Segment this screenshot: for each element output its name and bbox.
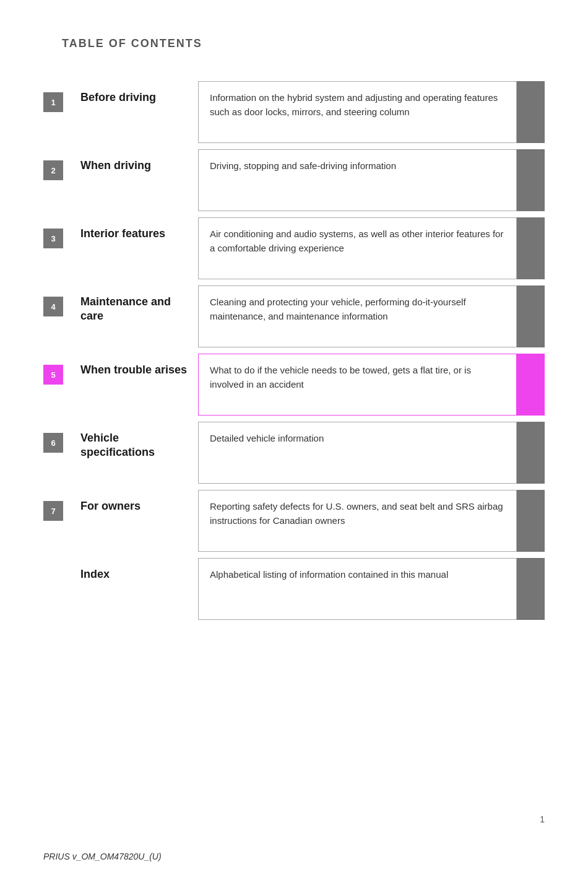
toc-entries: 1 Before driving Information on the hybr… [43, 81, 545, 626]
page-title: TABLE OF CONTENTS [43, 37, 545, 50]
toc-tab [517, 558, 545, 620]
toc-title-col: For owners [74, 490, 198, 552]
toc-desc: Driving, stopping and safe-driving infor… [210, 159, 396, 173]
toc-title: When trouble arises [80, 363, 187, 377]
toc-desc-col: Driving, stopping and safe-driving infor… [198, 149, 517, 211]
toc-number-col [43, 558, 74, 620]
toc-tab [517, 490, 545, 552]
toc-desc: What to do if the vehicle needs to be to… [210, 364, 505, 391]
toc-tab [517, 354, 545, 416]
toc-tab-col [517, 149, 545, 211]
document-id: PRIUS v_OM_OM47820U_(U) [43, 852, 162, 861]
toc-tab-col [517, 354, 545, 416]
toc-title: Before driving [80, 90, 156, 105]
toc-tab [517, 81, 545, 143]
toc-tab [517, 422, 545, 484]
toc-title: For owners [80, 499, 141, 513]
page-number: 1 [540, 814, 545, 824]
toc-title: Maintenance and care [80, 295, 189, 324]
toc-number-col: 6 [43, 422, 74, 484]
toc-title-col: Interior features [74, 217, 198, 279]
toc-row[interactable]: 3 Interior features Air conditioning and… [43, 217, 545, 279]
toc-tab-col [517, 217, 545, 279]
toc-number: 3 [43, 229, 63, 248]
toc-number: 5 [43, 365, 63, 385]
toc-number: 1 [43, 92, 63, 112]
toc-number-col: 7 [43, 490, 74, 552]
toc-title: Interior features [80, 227, 165, 241]
toc-tab-col [517, 558, 545, 620]
toc-desc: Detailed vehicle information [210, 432, 324, 446]
toc-number: 4 [43, 297, 63, 316]
toc-number: 7 [43, 501, 63, 521]
toc-tab [517, 217, 545, 279]
toc-tab [517, 149, 545, 211]
toc-number-col: 3 [43, 217, 74, 279]
toc-number-col: 4 [43, 285, 74, 347]
toc-row[interactable]: 2 When driving Driving, stopping and saf… [43, 149, 545, 211]
toc-row-highlighted[interactable]: 5 When trouble arises What to do if the … [43, 354, 545, 416]
toc-tab-col [517, 81, 545, 143]
toc-title-col: When trouble arises [74, 354, 198, 416]
toc-desc: Reporting safety defects for U.S. owners… [210, 500, 505, 528]
toc-desc: Information on the hybrid system and adj… [210, 91, 505, 119]
toc-tab [517, 285, 545, 347]
toc-tab-col [517, 490, 545, 552]
toc-title-col: Index [74, 558, 198, 620]
toc-row-index[interactable]: Index Alphabetical listing of informatio… [43, 558, 545, 620]
toc-number: 2 [43, 160, 63, 180]
toc-number: 6 [43, 433, 63, 453]
toc-number-col: 2 [43, 149, 74, 211]
toc-title-col: Vehicle specifications [74, 422, 198, 484]
toc-desc-col: Air conditioning and audio systems, as w… [198, 217, 517, 279]
toc-title: Index [80, 567, 110, 582]
toc-desc: Cleaning and protecting your vehicle, pe… [210, 295, 505, 323]
toc-desc-col: Information on the hybrid system and adj… [198, 81, 517, 143]
toc-title-col: When driving [74, 149, 198, 211]
toc-tab-col [517, 285, 545, 347]
toc-desc-col: Reporting safety defects for U.S. owners… [198, 490, 517, 552]
toc-title-col: Before driving [74, 81, 198, 143]
toc-number-col: 5 [43, 354, 74, 416]
toc-row[interactable]: 7 For owners Reporting safety defects fo… [43, 490, 545, 552]
toc-title-col: Maintenance and care [74, 285, 198, 347]
toc-row[interactable]: 6 Vehicle specifications Detailed vehicl… [43, 422, 545, 484]
toc-desc: Air conditioning and audio systems, as w… [210, 227, 505, 255]
toc-row[interactable]: 1 Before driving Information on the hybr… [43, 81, 545, 143]
toc-desc-col: Detailed vehicle information [198, 422, 517, 484]
toc-row[interactable]: 4 Maintenance and care Cleaning and prot… [43, 285, 545, 347]
toc-desc: Alphabetical listing of information cont… [210, 568, 448, 582]
toc-number-col: 1 [43, 81, 74, 143]
toc-tab-col [517, 422, 545, 484]
toc-desc-col: Alphabetical listing of information cont… [198, 558, 517, 620]
toc-title: When driving [80, 159, 151, 173]
toc-title: Vehicle specifications [80, 431, 189, 460]
toc-desc-col: Cleaning and protecting your vehicle, pe… [198, 285, 517, 347]
toc-desc-col: What to do if the vehicle needs to be to… [198, 354, 517, 416]
